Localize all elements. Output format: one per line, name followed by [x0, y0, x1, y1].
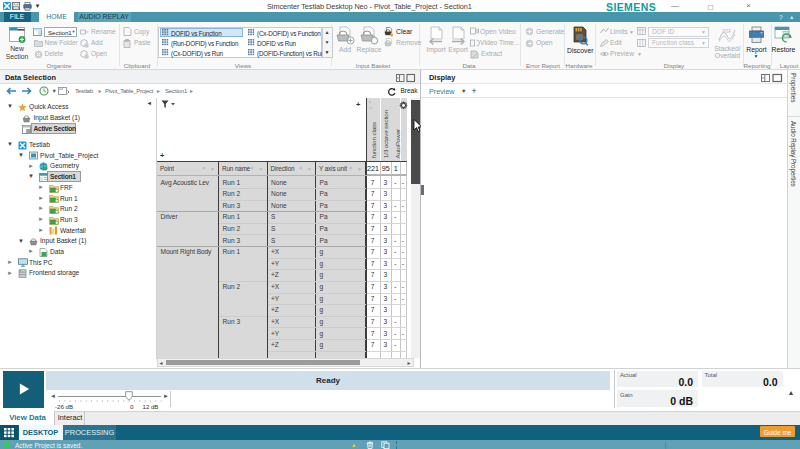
- svg-text:PSF: PSF: [723, 29, 732, 34]
